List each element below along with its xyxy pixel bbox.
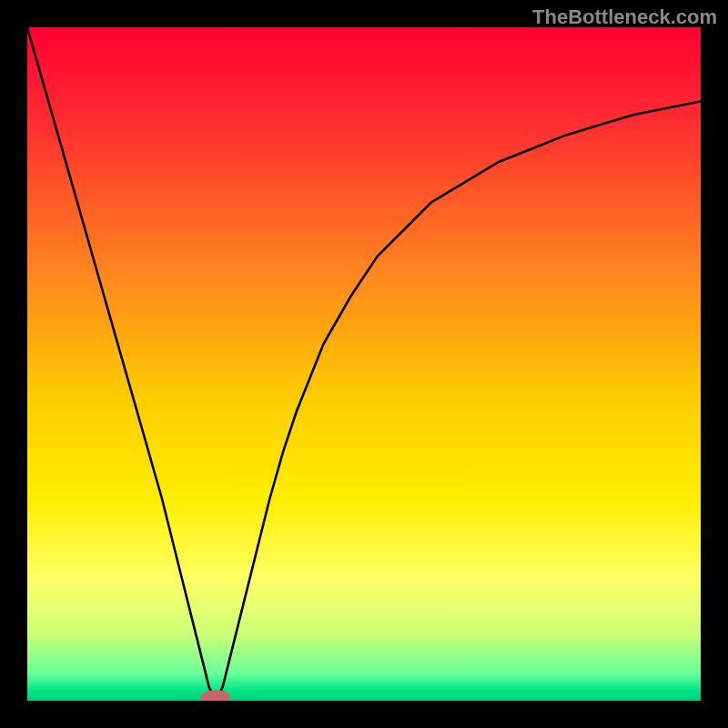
watermark-text: TheBottleneck.com [532, 5, 717, 29]
plot-area [27, 27, 701, 701]
chart-container: TheBottleneck.com [0, 0, 728, 728]
bottleneck-curve [27, 27, 701, 701]
curve-layer [27, 27, 701, 701]
minimum-marker [201, 690, 231, 701]
